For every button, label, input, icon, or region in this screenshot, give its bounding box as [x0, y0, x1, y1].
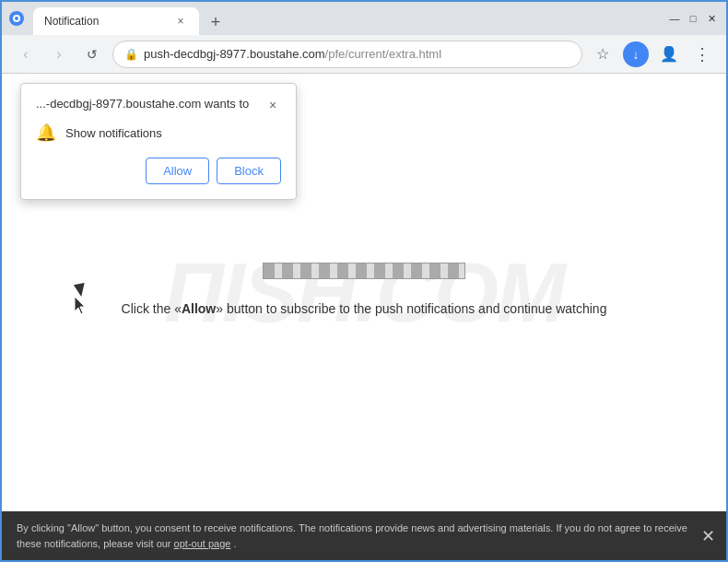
new-tab-button[interactable]: +: [203, 9, 229, 35]
popup-buttons: Allow Block: [36, 158, 281, 184]
consent-text: By clicking "Allow" button, you consent …: [17, 522, 687, 549]
window-controls: [9, 11, 24, 26]
url-domain: push-decdbgj-8977.boustahe.com: [144, 47, 325, 61]
download-icon[interactable]: ↓: [623, 41, 649, 67]
watermark: ПISH.COM: [164, 245, 564, 340]
progress-bar: [263, 263, 465, 279]
minimize-button[interactable]: —: [667, 11, 682, 26]
popup-close-button[interactable]: ×: [264, 97, 281, 113]
back-icon: ‹: [23, 46, 28, 63]
browser-window: Notification × + — □ ✕ ‹ › ↺ 🔒 push-decd…: [0, 0, 728, 562]
url-text: push-decdbgj-8977.boustahe.com/pfe/curre…: [144, 47, 441, 61]
consent-bar: By clicking "Allow" button, you consent …: [2, 511, 726, 560]
popup-header: ...-decdbgj-8977.boustahe.com wants to ×: [36, 97, 281, 113]
opt-out-link[interactable]: opt-out page: [174, 538, 231, 549]
popup-notification-row: 🔔 Show notifications: [36, 123, 281, 143]
popup-title: ...-decdbgj-8977.boustahe.com wants to: [36, 97, 264, 111]
forward-button[interactable]: ›: [46, 41, 72, 67]
tab-area: Notification × +: [33, 2, 662, 35]
menu-icon[interactable]: ⋮: [689, 41, 715, 67]
progress-area: [263, 263, 465, 279]
tab-close-button[interactable]: ×: [173, 14, 188, 29]
bookmark-icon[interactable]: ☆: [590, 41, 616, 67]
window-close-button[interactable]: ✕: [704, 11, 719, 26]
page-content: ПISH.COM Click the «Allow» button to sub…: [2, 74, 726, 511]
consent-text-after: .: [233, 538, 236, 549]
tab-favicon: [9, 11, 24, 26]
maximize-button[interactable]: □: [686, 11, 700, 26]
notification-popup: ...-decdbgj-8977.boustahe.com wants to ×…: [20, 83, 297, 200]
tab-title-text: Notification: [44, 15, 166, 28]
consent-close-button[interactable]: ✕: [701, 523, 715, 548]
svg-marker-2: [75, 297, 85, 314]
profile-icon[interactable]: 👤: [656, 41, 682, 67]
refresh-button[interactable]: ↺: [79, 41, 105, 67]
refresh-icon: ↺: [87, 47, 98, 62]
address-bar: ‹ › ↺ 🔒 push-decdbgj-8977.boustahe.com/p…: [2, 35, 726, 74]
allow-emphasis: Allow: [182, 301, 216, 316]
notification-label: Show notifications: [65, 126, 162, 140]
subscribe-text: Click the «Allow» button to subscribe to…: [88, 301, 640, 316]
svg-point-1: [15, 17, 18, 20]
mouse-cursor: [75, 284, 86, 300]
forward-icon: ›: [56, 46, 61, 63]
bell-icon: 🔔: [36, 123, 56, 143]
lock-icon: 🔒: [124, 48, 138, 61]
block-button[interactable]: Block: [217, 158, 281, 184]
allow-button[interactable]: Allow: [146, 158, 209, 184]
url-path: /pfe/current/extra.html: [325, 47, 441, 61]
active-tab[interactable]: Notification ×: [33, 7, 199, 35]
back-button[interactable]: ‹: [13, 41, 39, 67]
url-bar[interactable]: 🔒 push-decdbgj-8977.boustahe.com/pfe/cur…: [112, 41, 582, 68]
title-bar: Notification × + — □ ✕: [2, 2, 726, 35]
